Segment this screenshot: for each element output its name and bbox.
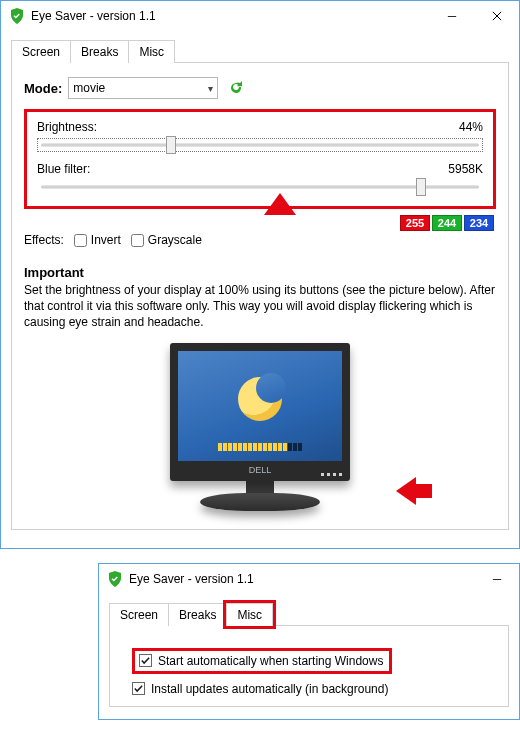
highlight-sliders-box: Brightness: 44% Blue filter: 5958K — [24, 109, 496, 209]
tabstrip-2: Screen Breaks Misc — [109, 602, 509, 625]
autostart-checkbox[interactable] — [139, 654, 152, 667]
tab-breaks-2[interactable]: Breaks — [168, 603, 227, 626]
eyesaver-window-main: Eye Saver - version 1.1 Screen Breaks Mi… — [0, 0, 520, 549]
brightness-label: Brightness: — [37, 120, 97, 134]
effects-row: Effects: Invert Grayscale — [24, 215, 400, 247]
monitor-brand-label: DELL — [178, 465, 342, 475]
titlebar[interactable]: Eye Saver - version 1.1 — [1, 1, 519, 31]
rgb-readout: 255 244 234 — [400, 215, 496, 231]
autoupdate-label: Install updates automatically (in backgr… — [151, 682, 388, 696]
svg-rect-1 — [492, 579, 500, 580]
grayscale-checkbox-input[interactable] — [131, 234, 144, 247]
important-text: Set the brightness of your display at 10… — [24, 282, 496, 331]
autoupdate-checkbox[interactable] — [132, 682, 145, 695]
important-heading: Important — [24, 265, 496, 280]
important-section: Important Set the brightness of your dis… — [24, 265, 496, 331]
window-title: Eye Saver - version 1.1 — [31, 9, 429, 23]
tabpanel-misc: Start automatically when starting Window… — [109, 625, 509, 707]
mode-select-value: movie — [73, 81, 105, 95]
mode-select[interactable]: movie ▾ — [68, 77, 218, 99]
brightness-slider-thumb[interactable] — [166, 136, 176, 154]
annotation-arrow-left — [396, 477, 432, 505]
brightness-value: 44% — [459, 120, 483, 134]
invert-checkbox[interactable]: Invert — [74, 233, 121, 247]
tab-screen[interactable]: Screen — [11, 40, 71, 63]
invert-checkbox-input[interactable] — [74, 234, 87, 247]
bluefilter-label: Blue filter: — [37, 162, 90, 176]
brightness-slider[interactable] — [37, 138, 483, 152]
brightness-row: Brightness: 44% — [37, 120, 483, 152]
tab-breaks[interactable]: Breaks — [70, 40, 129, 63]
window-title-2: Eye Saver - version 1.1 — [129, 572, 474, 586]
minimize-button[interactable] — [429, 2, 474, 30]
effects-label: Effects: — [24, 233, 64, 247]
tabstrip: Screen Breaks Misc — [11, 39, 509, 62]
tab-screen-2[interactable]: Screen — [109, 603, 169, 626]
below-sliders-row: Effects: Invert Grayscale 255 244 234 — [24, 215, 496, 247]
tab-misc-label: Misc — [139, 45, 164, 59]
window-body: Screen Breaks Misc Mode: movie ▾ Brightn… — [1, 31, 519, 548]
mode-label: Mode: — [24, 81, 62, 96]
grayscale-checkbox-label: Grayscale — [148, 233, 202, 247]
bluefilter-slider-thumb[interactable] — [416, 178, 426, 196]
tabpanel-screen: Mode: movie ▾ Brightness: 44% — [11, 62, 509, 530]
rgb-g: 244 — [432, 215, 462, 231]
tab-misc-label-2: Misc — [237, 608, 262, 622]
tab-screen-label: Screen — [22, 45, 60, 59]
bluefilter-slider[interactable] — [37, 180, 483, 194]
shield-icon — [107, 571, 123, 587]
rgb-r: 255 — [400, 215, 430, 231]
invert-checkbox-label: Invert — [91, 233, 121, 247]
bluefilter-row: Blue filter: 5958K — [37, 162, 483, 194]
monitor-illustration: DELL — [24, 343, 496, 511]
bluefilter-value: 5958K — [448, 162, 483, 176]
autoupdate-option: Install updates automatically (in backgr… — [132, 682, 496, 696]
tab-misc-2[interactable]: Misc — [226, 603, 273, 626]
window-controls — [429, 2, 519, 30]
autostart-option: Start automatically when starting Window… — [132, 648, 496, 674]
monitor-buttons-illustration — [321, 473, 342, 476]
chevron-down-icon: ▾ — [208, 83, 213, 94]
mode-row: Mode: movie ▾ — [24, 77, 496, 99]
brightness-bar-illustration — [218, 443, 302, 451]
refresh-icon[interactable] — [228, 80, 244, 96]
eyesaver-window-misc: Eye Saver - version 1.1 Screen Breaks Mi… — [98, 563, 520, 720]
svg-rect-0 — [447, 16, 455, 17]
titlebar-2[interactable]: Eye Saver - version 1.1 — [99, 564, 519, 594]
window-controls-2 — [474, 565, 519, 593]
grayscale-checkbox[interactable]: Grayscale — [131, 233, 202, 247]
sun-moon-icon — [238, 377, 282, 421]
tab-breaks-label-2: Breaks — [179, 608, 216, 622]
close-button[interactable] — [474, 2, 519, 30]
autostart-label: Start automatically when starting Window… — [158, 654, 383, 668]
minimize-button[interactable] — [474, 565, 519, 593]
tab-screen-label-2: Screen — [120, 608, 158, 622]
window-body-2: Screen Breaks Misc Start automatically w… — [99, 594, 519, 719]
tab-misc[interactable]: Misc — [128, 40, 175, 63]
tab-breaks-label: Breaks — [81, 45, 118, 59]
rgb-b: 234 — [464, 215, 494, 231]
shield-icon — [9, 8, 25, 24]
